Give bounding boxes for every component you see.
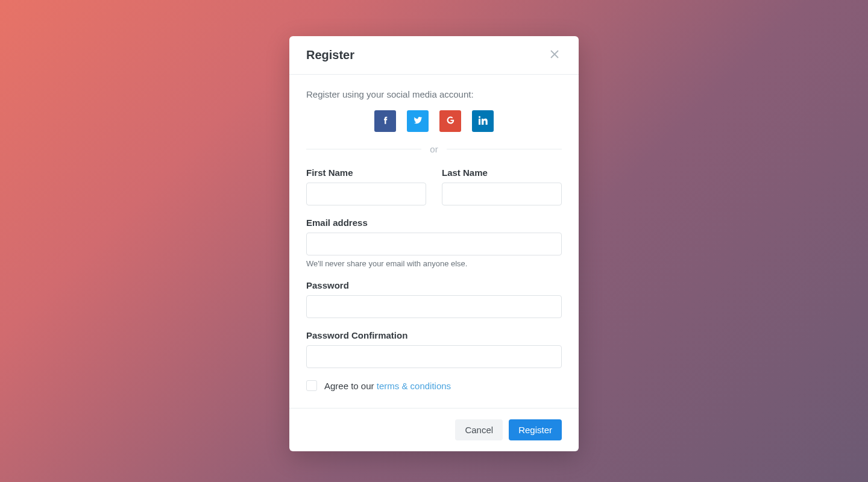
password-label: Password bbox=[306, 280, 562, 290]
password-confirm-input[interactable] bbox=[306, 345, 562, 368]
last-name-input[interactable] bbox=[442, 183, 562, 205]
register-button[interactable]: Register bbox=[509, 419, 562, 440]
terms-label: Agree to our terms & conditions bbox=[324, 381, 451, 391]
divider: or bbox=[306, 144, 562, 154]
google-icon bbox=[446, 116, 455, 127]
terms-link[interactable]: terms & conditions bbox=[377, 381, 451, 391]
email-input[interactable] bbox=[306, 233, 562, 255]
social-prompt: Register using your social media account… bbox=[306, 89, 562, 99]
twitter-login-button[interactable] bbox=[407, 110, 429, 132]
social-buttons-row bbox=[306, 110, 562, 132]
first-name-label: First Name bbox=[306, 167, 426, 178]
last-name-label: Last Name bbox=[442, 167, 562, 178]
divider-text: or bbox=[421, 144, 446, 154]
facebook-login-button[interactable] bbox=[374, 110, 396, 132]
first-name-input[interactable] bbox=[306, 183, 426, 205]
password-confirm-label: Password Confirmation bbox=[306, 330, 562, 340]
linkedin-icon bbox=[479, 116, 488, 127]
close-button[interactable] bbox=[547, 47, 562, 63]
linkedin-login-button[interactable] bbox=[472, 110, 494, 132]
google-login-button[interactable] bbox=[439, 110, 461, 132]
close-icon bbox=[550, 49, 559, 61]
modal-body: Register using your social media account… bbox=[289, 75, 579, 408]
terms-prefix: Agree to our bbox=[324, 381, 377, 391]
password-input[interactable] bbox=[306, 295, 562, 318]
register-modal: Register Register using your social medi… bbox=[289, 36, 579, 451]
cancel-button[interactable]: Cancel bbox=[455, 419, 503, 440]
modal-title: Register bbox=[306, 48, 354, 62]
twitter-icon bbox=[414, 116, 423, 127]
email-label: Email address bbox=[306, 218, 562, 228]
modal-footer: Cancel Register bbox=[289, 408, 579, 451]
modal-header: Register bbox=[289, 36, 579, 75]
email-help-text: We'll never share your email with anyone… bbox=[306, 259, 562, 268]
facebook-icon bbox=[381, 116, 390, 127]
terms-checkbox[interactable] bbox=[306, 380, 317, 391]
